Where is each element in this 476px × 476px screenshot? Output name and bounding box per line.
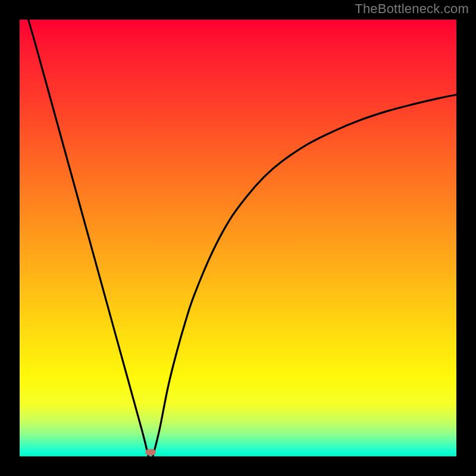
minimum-marker [145, 449, 156, 455]
curve-layer [20, 20, 456, 456]
watermark-text: TheBottleneck.com [355, 1, 469, 17]
curve-left-branch [29, 20, 149, 456]
chart-frame: TheBottleneck.com [0, 0, 476, 476]
plot-area [20, 20, 456, 456]
curve-right-branch [153, 95, 456, 456]
